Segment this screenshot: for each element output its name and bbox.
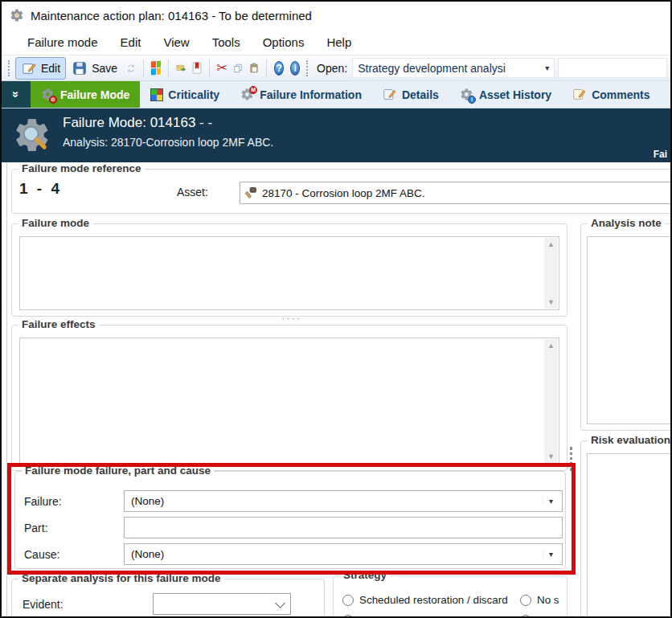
cause-combobox-value: (None) (131, 548, 164, 560)
radio-no-scheduled[interactable]: No s (520, 594, 559, 606)
scroll-down-icon[interactable]: ▼ (547, 296, 555, 309)
help-button[interactable]: ? (271, 60, 287, 76)
menu-bar: Failure mode Edit View Tools Options Hel… (2, 31, 670, 53)
tab-criticality[interactable]: Criticality (140, 81, 230, 108)
evident-combobox[interactable] (153, 593, 291, 615)
banner-title: Failure Mode: 014163 - - (63, 115, 212, 131)
radio-button-icon[interactable] (520, 615, 531, 618)
risk-evaluation-panel[interactable] (587, 453, 672, 618)
cut-button[interactable]: ✂ (214, 60, 230, 76)
tab-asset-history[interactable]: i Asset History (449, 81, 562, 108)
menu-tools[interactable]: Tools (203, 33, 250, 51)
radio-button-icon[interactable] (342, 615, 354, 618)
failure-mode-textarea[interactable]: ▲ ▼ (19, 236, 559, 310)
chevron-down-icon[interactable] (275, 598, 285, 608)
toolbar-gripper (8, 60, 12, 76)
failure-mode-scrollbar[interactable]: ▲ ▼ (544, 238, 558, 309)
menu-failure-mode[interactable]: Failure mode (18, 33, 108, 51)
tab-details[interactable]: Details (372, 81, 449, 108)
tab-failure-mode[interactable]: ⊘ Failure Mode (31, 81, 140, 108)
copy-button[interactable] (230, 60, 246, 76)
comment-pencil-icon (572, 88, 587, 102)
toolbar: Edit Save ✂ (2, 55, 670, 81)
vertical-splitter-handle[interactable] (570, 447, 572, 471)
failure-effects-scrollbar[interactable]: ▲ ▼ (544, 339, 558, 463)
horizontal-splitter-handle[interactable]: ···· (281, 312, 301, 324)
asset-hammer-icon (244, 186, 257, 199)
chevron-down-icon: ▾ (545, 63, 549, 72)
radio-button-icon[interactable] (520, 595, 531, 606)
failure-label: Failure: (24, 495, 62, 508)
menu-options[interactable]: Options (253, 33, 314, 51)
save-floppy-icon (72, 60, 88, 76)
evident-label: Evident: (23, 598, 64, 611)
edit-button[interactable]: Edit (15, 57, 66, 80)
tab-bar: » ⊘ Failure Mode Criticality M Failure I… (2, 81, 670, 108)
group-title: Failure mode failure, part and cause (22, 465, 214, 477)
save-button[interactable]: Save (66, 57, 123, 80)
windows-logo-button[interactable] (148, 60, 164, 76)
banner-subtitle: Analysis: 28170-Corrosion loop 2MF ABC. (63, 136, 273, 149)
toolbar-separator (168, 59, 169, 77)
toolbar-gripper (306, 60, 310, 76)
title-bar: Maintenance action plan: 014163 - To be … (2, 2, 670, 29)
menu-help[interactable]: Help (317, 33, 361, 51)
scroll-up-icon[interactable]: ▲ (547, 238, 555, 251)
tab-comments[interactable]: Comments (562, 81, 660, 108)
group-title: Strategy (340, 569, 390, 581)
cause-combobox[interactable]: (None) ▾ (124, 543, 563, 565)
edit-pencil-icon (21, 60, 37, 76)
gear-magnifier-icon (13, 116, 51, 154)
tab-failure-information[interactable]: M Failure Information (230, 81, 372, 108)
radio-scheduled-restoration[interactable]: Scheduled restoration / discard (342, 594, 508, 606)
asset-field[interactable]: 28170 - Corrosion loop 2MF ABC. (240, 182, 672, 204)
gear-m-badge-icon: M (240, 88, 255, 102)
radio-button-icon[interactable] (342, 595, 354, 606)
open-combobox-value: Strategy development analysi (358, 62, 506, 75)
windows-logo-icon (151, 61, 161, 76)
toolbar-separator (209, 59, 210, 77)
failure-effects-textarea[interactable]: ▲ ▼ (19, 338, 559, 465)
group-title: Analysis note (588, 217, 665, 229)
window-title: Maintenance action plan: 014163 - To be … (31, 9, 312, 23)
info-button[interactable]: i (287, 60, 303, 76)
asset-value: 28170 - Corrosion loop 2MF ABC. (262, 187, 425, 199)
chevron-down-icon[interactable]: ▾ (543, 497, 559, 505)
collapse-tabs-button[interactable]: » (2, 81, 31, 108)
asset-label: Asset: (177, 186, 208, 198)
part-input[interactable] (124, 517, 563, 538)
open-secondary-field[interactable] (558, 58, 667, 78)
record-range: 1 - 4 (19, 180, 62, 198)
gear-info-icon: i (460, 88, 474, 102)
group-title: Risk evaluation (588, 434, 672, 446)
refresh-button[interactable] (123, 60, 139, 76)
risk-matrix-icon (150, 88, 163, 101)
gear-blocked-icon: ⊘ (41, 88, 55, 102)
report-button[interactable] (189, 60, 205, 76)
scroll-up-icon[interactable]: ▲ (547, 339, 555, 352)
open-label: Open: (317, 62, 347, 75)
radio-review[interactable]: Revi (520, 614, 559, 618)
failure-combobox[interactable]: (None) ▾ (124, 490, 563, 512)
banner-corner-text: Fai (654, 149, 667, 160)
note-pencil-icon (383, 88, 397, 102)
app-gear-icon (10, 8, 24, 23)
group-title: Failure effects (18, 318, 99, 330)
send-button[interactable] (173, 60, 189, 76)
analysis-note-textarea[interactable] (587, 236, 672, 424)
chevron-down-icon[interactable]: ▾ (543, 550, 559, 559)
info-icon: i (290, 61, 300, 76)
group-title: Failure mode (18, 217, 92, 229)
double-chevron-down-icon: » (10, 91, 23, 97)
paste-button[interactable] (246, 60, 262, 76)
group-title: Separate analysis for this failure mode (18, 572, 224, 584)
scroll-down-icon[interactable]: ▼ (547, 450, 555, 463)
help-icon: ? (274, 61, 284, 76)
open-analysis-combobox[interactable]: Strategy development analysi ▾ (352, 58, 555, 78)
radio-condition-based[interactable]: Condition-based maintenance (342, 614, 502, 618)
cause-label: Cause: (24, 548, 59, 561)
menu-edit[interactable]: Edit (111, 33, 151, 51)
menu-view[interactable]: View (154, 33, 199, 51)
part-label: Part: (24, 522, 48, 534)
toolbar-separator (143, 59, 144, 77)
